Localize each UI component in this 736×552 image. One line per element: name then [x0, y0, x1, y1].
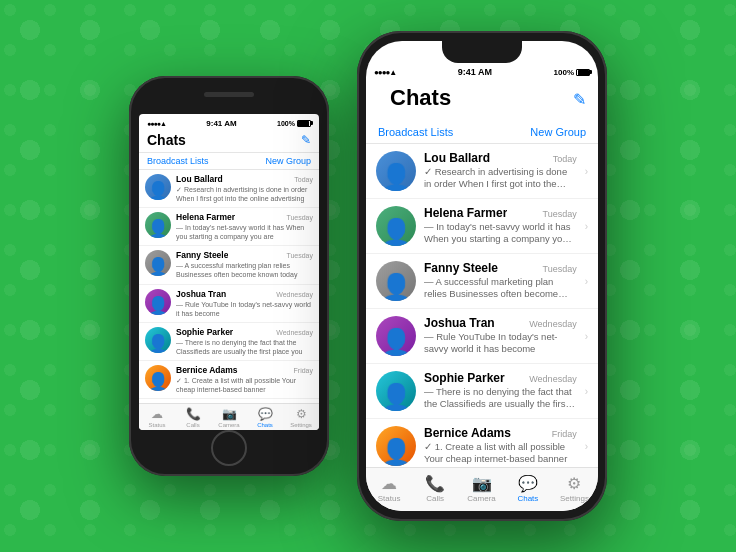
camera-tab-icon: 📷	[472, 474, 492, 493]
avatar	[145, 174, 171, 200]
phone1-chat-title: Chats	[147, 132, 186, 148]
chevron-right-icon: ›	[585, 386, 588, 397]
camera-tab-icon: 📷	[222, 407, 237, 421]
chat-preview: — Rule YouTube In today's net-savvy worl…	[176, 300, 313, 318]
avatar	[376, 316, 416, 356]
battery-icon	[297, 120, 311, 127]
chat-item[interactable]: Bernice AdamsFriday✓ 1. Create a list wi…	[366, 419, 598, 467]
avatar	[145, 365, 171, 391]
phone1-tab-bar: ☁Status📞Calls📷Camera💬Chats⚙Settings	[139, 403, 319, 430]
tab-item-calls[interactable]: 📞Calls	[421, 474, 449, 503]
phone1-speaker	[204, 92, 254, 97]
chat-name: Sophie Parker	[176, 327, 233, 337]
phone2-chat-list: Lou BallardToday✓ Research in advertisin…	[366, 144, 598, 467]
chat-item[interactable]: Sophie ParkerWednesday— There is no deny…	[366, 364, 598, 419]
chat-content: Bernice AdamsFriday✓ 1. Create a list wi…	[176, 365, 313, 394]
avatar	[145, 212, 171, 238]
tab-item-calls[interactable]: 📞Calls	[179, 407, 207, 428]
tab-item-chats[interactable]: 💬Chats	[514, 474, 542, 503]
phones-container: ●●●●▲ 9:41 AM 100% Chats ✎ Broadcast Lis…	[129, 31, 607, 521]
phone1-newgroup-link[interactable]: New Group	[265, 156, 311, 166]
chat-preview: ✓ Research in advertising is done in ord…	[424, 166, 577, 191]
tab-item-settings[interactable]: ⚙Settings	[287, 407, 315, 428]
chat-content: Joshua TranWednesday— Rule YouTube In to…	[424, 316, 577, 356]
chat-name: Bernice Adams	[424, 426, 511, 440]
avatar	[145, 327, 171, 353]
phone2-newgroup-link[interactable]: New Group	[530, 126, 586, 138]
chat-item[interactable]: Joshua TranWednesday— Rule YouTube In to…	[139, 285, 319, 323]
chat-preview: ✓ 1. Create a list with all possible You…	[176, 376, 313, 394]
chat-content: Bernice AdamsFriday✓ 1. Create a list wi…	[424, 426, 577, 466]
chevron-right-icon: ›	[585, 221, 588, 232]
tab-item-settings[interactable]: ⚙Settings	[560, 474, 589, 503]
settings-tab-label: Settings	[290, 422, 312, 428]
chat-time: Today	[294, 176, 313, 183]
chat-preview: ✓ 1. Create a list with all possible You…	[424, 441, 577, 466]
chat-time: Tuesday	[286, 252, 313, 259]
chat-item[interactable]: Joshua TranWednesday— Rule YouTube In to…	[366, 309, 598, 364]
chat-name: Helena Farmer	[424, 206, 507, 220]
chat-time: Tuesday	[286, 214, 313, 221]
chat-item[interactable]: Fanny SteeleTuesday— A successful market…	[366, 254, 598, 309]
chat-time: Friday	[294, 367, 313, 374]
chat-item[interactable]: Helena FarmerTuesday— In today's net-sav…	[139, 208, 319, 246]
chat-name: Fanny Steele	[424, 261, 498, 275]
settings-tab-icon: ⚙	[296, 407, 307, 421]
avatar	[376, 261, 416, 301]
chat-preview: ✓ Research in advertising is done in ord…	[176, 185, 313, 203]
phone2-battery-icon	[576, 69, 590, 76]
avatar	[376, 371, 416, 411]
chat-item[interactable]: Lou BallardToday✓ Research in advertisin…	[366, 144, 598, 199]
chat-item[interactable]: Fanny SteeleTuesday— A successful market…	[139, 246, 319, 284]
chat-time: Tuesday	[542, 264, 576, 274]
avatar	[145, 289, 171, 315]
tab-item-camera[interactable]: 📷Camera	[215, 407, 243, 428]
chat-name: Fanny Steele	[176, 250, 228, 260]
chats-tab-label: Chats	[517, 494, 538, 503]
battery-area: 100%	[277, 120, 311, 127]
tab-item-camera[interactable]: 📷Camera	[467, 474, 495, 503]
chat-preview: — A successful marketing plan relies Bus…	[424, 276, 577, 301]
phone1-edit-icon[interactable]: ✎	[301, 133, 311, 147]
chat-preview: — A successful marketing plan relies Bus…	[176, 261, 313, 279]
phone1-title-bar: Chats ✎	[139, 130, 319, 153]
chat-content: Lou BallardToday✓ Research in advertisin…	[176, 174, 313, 203]
avatar	[376, 426, 416, 466]
chat-name: Joshua Tran	[176, 289, 226, 299]
phone2-edit-icon[interactable]: ✎	[573, 90, 586, 109]
chat-name: Sophie Parker	[424, 371, 505, 385]
phone2-notch	[442, 41, 522, 63]
chat-time: Wednesday	[529, 374, 576, 384]
chevron-right-icon: ›	[585, 331, 588, 342]
chat-item[interactable]: Sophie ParkerWednesday— There is no deny…	[139, 323, 319, 361]
chats-tab-icon: 💬	[518, 474, 538, 493]
chat-content: Lou BallardToday✓ Research in advertisin…	[424, 151, 577, 191]
tab-item-chats[interactable]: 💬Chats	[251, 407, 279, 428]
chat-content: Fanny SteeleTuesday— A successful market…	[424, 261, 577, 301]
chat-content: Helena FarmerTuesday— In today's net-sav…	[424, 206, 577, 246]
chat-preview: — There is no denying the fact that the …	[424, 386, 577, 411]
phone2-battery-area: 100%	[554, 68, 590, 77]
tab-item-status[interactable]: ☁Status	[375, 474, 403, 503]
chat-item[interactable]: Helena FarmerTuesday— In today's net-sav…	[366, 199, 598, 254]
chat-preview: — There is no denying the fact that the …	[176, 338, 313, 356]
avatar	[145, 250, 171, 276]
calls-tab-label: Calls	[186, 422, 199, 428]
calls-tab-label: Calls	[426, 494, 444, 503]
chats-tab-icon: 💬	[258, 407, 273, 421]
phone1-broadcast-link[interactable]: Broadcast Lists	[147, 156, 209, 166]
tab-item-status[interactable]: ☁Status	[143, 407, 171, 428]
chat-content: Joshua TranWednesday— Rule YouTube In to…	[176, 289, 313, 318]
chat-time: Tuesday	[542, 209, 576, 219]
avatar	[376, 151, 416, 191]
phone2-broadcast-link[interactable]: Broadcast Lists	[378, 126, 453, 138]
settings-tab-icon: ⚙	[567, 474, 581, 493]
chat-item[interactable]: Lou BallardToday✓ Research in advertisin…	[139, 170, 319, 208]
chat-name: Joshua Tran	[424, 316, 495, 330]
phone1-home-button[interactable]	[211, 430, 247, 466]
camera-tab-label: Camera	[467, 494, 495, 503]
chat-name: Bernice Adams	[176, 365, 238, 375]
phone2: ●●●●▲ 9:41 AM 100% Chats ✎ Broadcast Lis…	[357, 31, 607, 521]
chat-preview: — In today's net-savvy world it has When…	[176, 223, 313, 241]
chat-item[interactable]: Bernice AdamsFriday✓ 1. Create a list wi…	[139, 361, 319, 399]
